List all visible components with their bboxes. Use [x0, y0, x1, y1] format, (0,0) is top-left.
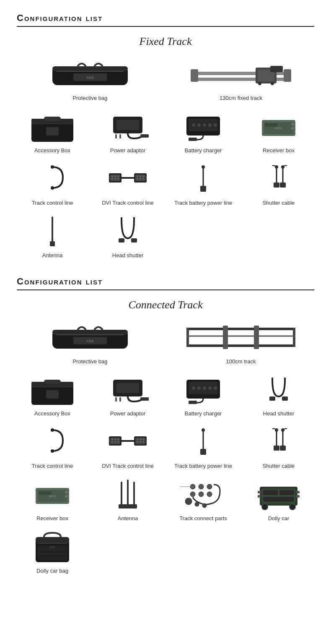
empty-5 — [243, 531, 314, 575]
item-dolly-car-bag: ASX Dolly car bag — [17, 531, 88, 575]
svg-point-155 — [207, 492, 212, 497]
item-antenna-2: Antenna — [92, 478, 163, 522]
svg-point-58 — [144, 177, 147, 179]
svg-point-117 — [111, 441, 113, 443]
svg-text:ASX: ASX — [86, 76, 94, 80]
item-connected-track-100: 100cm track — [168, 321, 314, 365]
svg-point-53 — [142, 175, 144, 177]
svg-point-104 — [214, 386, 217, 390]
item-label-dolly-car: Dolly car — [268, 515, 290, 522]
svg-rect-86 — [254, 326, 259, 349]
svg-point-154 — [199, 492, 204, 497]
item-img-receiver-box-2: ASX — [17, 478, 88, 512]
svg-rect-64 — [274, 183, 279, 188]
item-img-shutter-cable-2 — [243, 426, 314, 459]
item-power-adaptor-2: Power adaptor — [92, 373, 163, 417]
item-img-connected-track-100 — [168, 321, 314, 355]
item-label-track-battery-power-line-1: Track battery power line — [174, 200, 232, 207]
item-img-track-control-line-2 — [17, 426, 88, 459]
svg-point-130 — [144, 440, 147, 442]
svg-point-45 — [111, 178, 113, 180]
item-shutter-cable-1: Shutter cable — [243, 163, 314, 207]
item-img-battery-charger-1 — [168, 110, 239, 144]
item-label-dvi-track-control-line-1: DVI Track control line — [102, 200, 154, 207]
section1-row4: Antenna Head shutter — [17, 215, 314, 259]
svg-point-157 — [195, 502, 199, 506]
item-label-receiver-box-2: Receiver box — [36, 515, 68, 522]
item-img-fixed-track-130 — [168, 58, 314, 91]
item-label-dvi-track-control-line-2: DVI Track control line — [102, 463, 154, 470]
item-track-connect-parts: Track connect parts — [168, 478, 239, 522]
svg-rect-173 — [36, 537, 69, 543]
svg-point-126 — [137, 441, 138, 443]
svg-point-115 — [114, 438, 116, 440]
item-img-battery-charger-2 — [168, 373, 239, 407]
svg-rect-11 — [270, 66, 283, 72]
item-label-receiver-box-1: Receiver box — [263, 147, 295, 154]
svg-point-145 — [65, 495, 67, 498]
item-track-battery-power-line-1: Track battery power line — [168, 163, 239, 207]
item-label-shutter-cable-2: Shutter cable — [263, 463, 295, 470]
section2-row2: Accessory Box Power adaptor — [17, 373, 314, 417]
svg-rect-20 — [116, 120, 139, 130]
svg-text:ASX: ASX — [275, 126, 282, 130]
svg-point-144 — [65, 491, 67, 493]
item-label-dolly-car-bag: Dolly car bag — [36, 568, 68, 575]
item-label-fixed-track-130: 130cm fixed track — [220, 95, 262, 102]
svg-point-171 — [290, 504, 295, 510]
item-receiver-box-2: ASX Receiver box — [17, 478, 88, 522]
item-label-track-control-line-2: Track control line — [32, 463, 73, 470]
section1-row1: ASX Protective bag — [17, 58, 314, 102]
item-img-head-shutter-1 — [92, 215, 163, 249]
svg-rect-8 — [284, 69, 291, 82]
svg-text:ASX: ASX — [86, 339, 94, 343]
item-img-head-shutter-2 — [243, 373, 314, 407]
svg-rect-167 — [258, 495, 261, 498]
svg-point-13 — [271, 82, 274, 85]
section1-subtitle: Fixed Track — [17, 35, 314, 48]
item-label-battery-charger-1: Battery charger — [185, 147, 222, 154]
item-label-battery-charger-2: Battery charger — [185, 410, 222, 417]
svg-point-29 — [208, 123, 212, 127]
item-img-shutter-cable-1 — [243, 163, 314, 196]
item-label-antenna-2: Antenna — [118, 515, 138, 522]
svg-point-114 — [111, 438, 113, 440]
svg-point-61 — [202, 165, 205, 169]
item-img-antenna-1 — [17, 215, 88, 249]
svg-rect-1 — [52, 66, 128, 71]
svg-rect-69 — [50, 241, 55, 246]
svg-point-153 — [190, 492, 195, 497]
item-head-shutter-2: Head shutter — [243, 373, 314, 417]
svg-rect-72 — [119, 238, 124, 242]
svg-point-37 — [291, 127, 294, 130]
svg-rect-95 — [140, 397, 149, 401]
item-img-power-adaptor-2 — [92, 373, 163, 407]
item-img-dvi-track-control-line-1 — [92, 163, 163, 196]
svg-rect-163 — [263, 490, 278, 495]
svg-point-36 — [291, 123, 294, 125]
item-label-connected-track-100: 100cm track — [226, 358, 256, 365]
item-img-dolly-car-bag: ASX — [17, 531, 88, 564]
svg-point-116 — [117, 438, 119, 440]
item-shutter-cable-2: Shutter cable — [243, 426, 314, 470]
svg-point-151 — [199, 484, 204, 489]
item-img-track-battery-power-line-2 — [168, 426, 239, 459]
svg-rect-31 — [189, 138, 197, 141]
svg-rect-92 — [46, 390, 59, 399]
item-accessory-box-1: Accessory Box — [17, 110, 88, 154]
item-track-control-line-2: Track control line — [17, 426, 88, 470]
svg-point-54 — [137, 178, 138, 180]
item-accessory-box-2: Accessory Box — [17, 373, 88, 417]
svg-point-133 — [202, 428, 205, 432]
item-img-power-adaptor-1 — [92, 110, 163, 144]
item-img-protective-bag-1: ASX — [17, 58, 163, 91]
svg-point-125 — [142, 438, 144, 440]
item-track-battery-power-line-2: Track battery power line — [168, 426, 239, 470]
svg-point-123 — [137, 438, 138, 440]
item-label-accessory-box-2: Accessory Box — [34, 410, 70, 417]
svg-point-28 — [203, 123, 206, 127]
item-label-protective-bag-2: Protective bag — [72, 358, 107, 365]
svg-point-118 — [114, 441, 116, 443]
svg-point-124 — [140, 438, 141, 440]
svg-point-57 — [109, 177, 111, 179]
